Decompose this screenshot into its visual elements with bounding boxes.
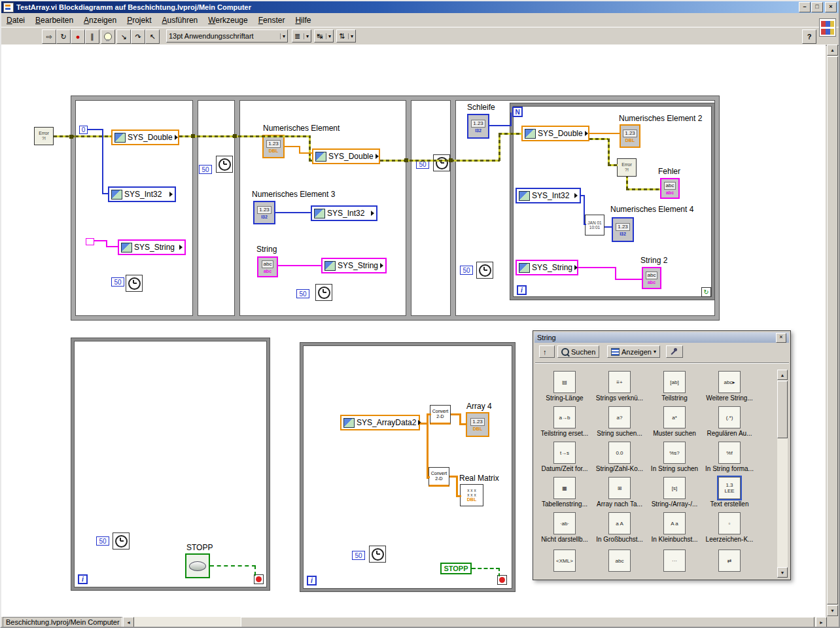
palette-item-string-array[interactable]: [s]String-/Array-/... [647, 477, 702, 508]
wait-ms-node[interactable] [113, 532, 130, 550]
wire[interactable] [472, 568, 500, 569]
menu-werkzeuge[interactable]: Werkzeuge [203, 14, 253, 26]
shared-variable-sys-string[interactable]: SYS_String [118, 239, 186, 255]
numeric-constant-50[interactable]: 50 [352, 551, 365, 560]
wire[interactable] [584, 195, 585, 225]
format-datetime-node[interactable]: JAN 01 10:01 [585, 215, 604, 236]
palette-item-muster-suchen[interactable]: a*Muster suchen [647, 406, 702, 437]
wire[interactable] [499, 133, 500, 161]
wire[interactable] [285, 146, 300, 147]
wire[interactable] [427, 413, 431, 415]
menu-hilfe[interactable]: Hilfe [290, 14, 316, 26]
shared-variable-sys-double[interactable]: SYS_Double [521, 126, 589, 141]
palette-item-in-string-suchen[interactable]: %s?In String suchen [647, 442, 702, 472]
loop-count-terminal[interactable]: N [512, 107, 523, 117]
palette-item-array-nach-tabelle[interactable]: ⊞Array nach Ta... [592, 477, 647, 508]
wire[interactable] [94, 240, 107, 241]
while-loop-structure[interactable] [300, 343, 515, 591]
while-loop-structure[interactable] [71, 338, 270, 590]
scroll-up-button[interactable]: ▲ [777, 370, 788, 380]
string-indicator-terminal[interactable]: abc abc [660, 178, 680, 199]
wire[interactable] [380, 160, 500, 162]
close-button[interactable]: × [825, 2, 837, 12]
palette-item-in-grossbuchstaben[interactable]: a AIn Großbuchst... [592, 512, 647, 543]
wire[interactable] [456, 495, 461, 497]
wire[interactable] [456, 476, 458, 497]
wire[interactable] [278, 265, 321, 266]
wire[interactable] [499, 568, 500, 576]
align-objects-dropdown[interactable]: ≣ ▾ [292, 29, 311, 43]
shared-variable-sys-string[interactable]: SYS_String [516, 260, 578, 275]
loop-condition-terminal[interactable]: ↻ [701, 287, 711, 297]
scroll-right-button[interactable]: ► [816, 617, 827, 628]
palette-item-in-kleinbuchstaben[interactable]: A aIn Kleinbuchst... [647, 512, 702, 543]
scroll-left-button[interactable]: ◄ [123, 617, 134, 628]
wire[interactable] [210, 565, 256, 567]
palette-titlebar[interactable]: String × [534, 332, 789, 343]
wire[interactable] [75, 135, 111, 137]
wire[interactable] [578, 267, 616, 268]
menu-fenster[interactable]: Fenster [253, 14, 290, 26]
wire[interactable] [510, 113, 512, 126]
help-button[interactable]: ? [802, 29, 816, 44]
sequence-frame-divider[interactable] [406, 100, 411, 316]
wire[interactable] [88, 129, 103, 130]
palette-search-button[interactable]: Suchen [557, 345, 599, 358]
wire[interactable] [626, 188, 660, 190]
numeric-indicator-terminal[interactable]: 1.23 DBL [620, 124, 640, 148]
empty-string-constant[interactable] [86, 238, 94, 245]
numeric-constant-50[interactable]: 50 [111, 277, 124, 287]
palette-item-teilstring-ersetzen[interactable]: a→bTeilstring erset... [537, 406, 592, 437]
wire[interactable] [106, 246, 118, 247]
shared-variable-sys-int32[interactable]: SYS_Int32 [311, 205, 377, 221]
error-cluster-constant[interactable]: Error ?! [34, 127, 54, 145]
run-button[interactable]: ⇨ [42, 29, 56, 44]
palette-item-tabellenstring[interactable]: ▦Tabellenstring... [537, 477, 592, 508]
stop-button-terminal[interactable]: STOPP [440, 563, 472, 574]
convert-2d-node[interactable]: Convert 2-D [430, 405, 451, 425]
shared-variable-sys-double[interactable]: SYS_Double [111, 130, 179, 145]
palette-close-button[interactable]: × [776, 333, 786, 343]
wire[interactable] [615, 267, 616, 280]
stop-button-terminal[interactable] [185, 553, 210, 578]
wait-ms-node[interactable] [315, 284, 332, 301]
palette-item-regulaerer-ausdruck[interactable]: (.*)Regulären Au... [702, 406, 757, 437]
wire[interactable] [309, 160, 313, 162]
palette-item-teilstring[interactable]: [ab]Teilstring [647, 371, 702, 402]
numeric-constant-0[interactable]: 0 [79, 126, 88, 134]
string-control-terminal[interactable]: abc abc [257, 256, 278, 277]
string-indicator-terminal[interactable]: abc abc [642, 267, 661, 289]
wire[interactable] [102, 193, 108, 194]
reorder-dropdown[interactable]: ⇅ ▾ [336, 29, 356, 43]
font-selector[interactable]: 13pt Anwendungsschriftart ▾ [166, 29, 288, 43]
menu-anzeigen[interactable]: Anzeigen [79, 14, 122, 26]
wire[interactable] [254, 565, 256, 576]
step-into-button[interactable]: ↘ [116, 29, 131, 44]
numeric-control-terminal[interactable]: 1.23 I32 [253, 201, 275, 224]
palette-scrollbar-thumb[interactable] [777, 381, 788, 438]
sequence-frame-divider[interactable] [234, 100, 240, 316]
scroll-down-button[interactable]: ▼ [777, 567, 788, 578]
palette-item-datum-zeit-format[interactable]: t→sDatum/Zeit for... [537, 442, 592, 472]
wire[interactable] [299, 152, 312, 154]
palette-up-button[interactable]: ↑ [539, 345, 555, 358]
step-out-button[interactable]: ↖ [145, 29, 160, 44]
wire[interactable] [499, 133, 522, 135]
minimize-button[interactable]: – [799, 2, 811, 12]
palette-item-leerstring-konstante[interactable]: ··· [647, 550, 702, 573]
wire[interactable] [427, 476, 430, 478]
wait-ms-node[interactable] [126, 275, 143, 292]
loop-condition-terminal[interactable] [497, 575, 507, 585]
palette-item-nicht-darstellbar[interactable]: ·ab·Nicht darstellb... [537, 512, 592, 543]
wire[interactable] [179, 135, 310, 137]
wait-ms-node[interactable] [369, 546, 386, 563]
palette-pin-button[interactable] [666, 345, 683, 358]
wire[interactable] [427, 413, 429, 479]
wait-ms-node[interactable] [433, 154, 450, 171]
pause-button[interactable]: ∥ [85, 29, 99, 44]
wire[interactable] [615, 279, 642, 280]
numeric-indicator-terminal[interactable]: 1.23 I32 [612, 217, 634, 242]
maximize-button[interactable]: □ [811, 2, 823, 12]
wire[interactable] [589, 138, 609, 140]
convert-2d-node[interactable]: Convert 2-D [429, 467, 449, 487]
